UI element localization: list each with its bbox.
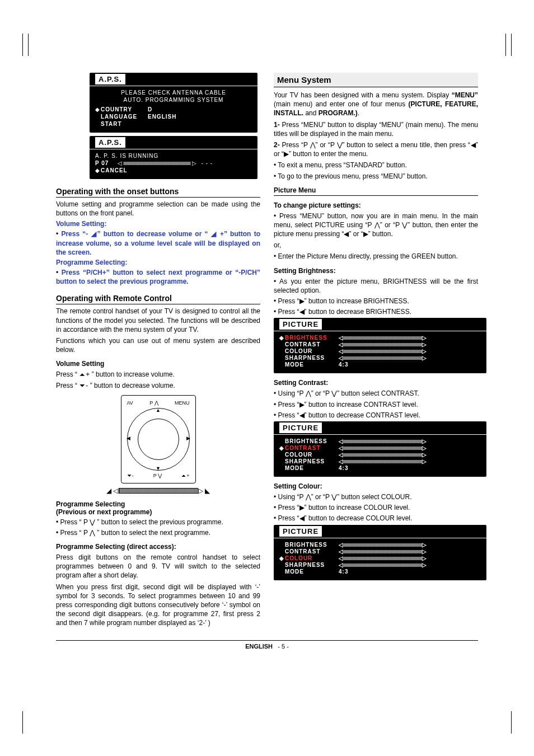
menu-p1: Your TV has been designed with a menu sy… bbox=[274, 91, 478, 118]
prog2-b2: Press “ P ⋀ ” button to select the next … bbox=[56, 528, 260, 537]
change-h: To change picture settings: bbox=[274, 201, 478, 209]
remote-right: ⏶+ bbox=[181, 473, 189, 478]
aps2-prog: P 07 bbox=[95, 160, 118, 166]
heading-remote: Operating with Remote Control bbox=[56, 294, 260, 304]
bright-b2: Press “▶” button to increase BRIGHTNESS. bbox=[274, 297, 478, 306]
aps2-progress: ◁▷ - - - bbox=[118, 160, 213, 166]
prog-sel-body: Press “P/CH+” button to select next prog… bbox=[56, 269, 260, 285]
colour-h: Setting Colour: bbox=[274, 482, 478, 490]
prog3-p2: When you press first digit, second digit… bbox=[56, 583, 260, 628]
remote-up: P ⋀ bbox=[149, 400, 158, 406]
bright-b1: As you enter the picture menu, BRIGHTNES… bbox=[274, 277, 478, 295]
contrast-h: Setting Contrast: bbox=[274, 379, 478, 387]
remote-diagram: AV P ⋀ MENU ▲ ▼ ◀ ▶ ⏷- P ⋁ ⏶+ bbox=[56, 395, 260, 495]
aps2-cancel: CANCEL bbox=[101, 167, 148, 173]
vol2-head: Volume Setting bbox=[56, 360, 260, 368]
aps1-country-label: COUNTRY bbox=[101, 106, 148, 112]
osd-pic-title-3: PICTURE bbox=[279, 526, 322, 537]
menu-li2: 2- Press “P ⋀” or “P ⋁” button to select… bbox=[274, 140, 478, 158]
osd-picture-contrast: PICTURE BRIGHTNESS◁▷ ◆CONTRAST◁▷ COLOUR◁… bbox=[274, 421, 486, 477]
prog2-b1: Press “ P ⋁ ” button to select the previ… bbox=[56, 518, 260, 527]
osd-pic-title-2: PICTURE bbox=[279, 422, 322, 433]
prog3-h: Programme Selecting (direct access): bbox=[56, 543, 260, 551]
contrast-b2: Press “▶” button to increase CONTRAST le… bbox=[274, 400, 478, 409]
page-footer: ENGLISH - 5 - bbox=[56, 640, 478, 650]
contrast-b3: Press “◀” button to decrease CONTRAST le… bbox=[274, 411, 478, 420]
aps-panel-1: A.P.S. PLEASE CHECK ANTENNA CABLE AUTO. … bbox=[90, 73, 257, 133]
change-b1: Press “MENU” button, now you are in main… bbox=[274, 212, 478, 239]
colour-b1: Using “P ⋀” or “P ⋁” button select COLOU… bbox=[274, 492, 478, 501]
remote-left: ⏷- bbox=[127, 473, 134, 478]
vol-right-icon: ◣ bbox=[205, 487, 210, 495]
contrast-b1: Using “P ⋀” or “P ⋁” button select CONTR… bbox=[274, 389, 478, 398]
vol-setting-body: Press “- ◢” button to decrease volume or… bbox=[56, 230, 260, 256]
aps1-line1: PLEASE CHECK ANTENNA CABLE bbox=[95, 90, 252, 96]
heading-menu-system: Menu System bbox=[274, 73, 478, 87]
menu-li4: To go to the previous menu, press “MENU”… bbox=[274, 172, 478, 181]
aps1-title: A.P.S. bbox=[95, 74, 125, 84]
vol-setting-head: Volume Setting: bbox=[56, 220, 260, 228]
change-or: or, bbox=[274, 241, 478, 250]
menu-li3: To exit a menu, press “STANDARD” button. bbox=[274, 161, 478, 170]
aps1-lang-label: LANGUAGE bbox=[101, 114, 148, 120]
remote-menu: MENU bbox=[175, 400, 190, 406]
colour-b2: Press “▶” button to increase COLOUR leve… bbox=[274, 503, 478, 512]
menu-li1: 1- Press “MENU” button to display “MENU”… bbox=[274, 120, 478, 138]
colour-b3: Press “◀” button to decrease COLOUR leve… bbox=[274, 514, 478, 523]
prog-sel-head: Programme Selecting: bbox=[56, 259, 260, 266]
aps2-title: A.P.S. bbox=[95, 137, 125, 148]
aps-panel-2: A.P.S. A. P. S. IS RUNNING P 07 ◁▷ - - -… bbox=[90, 136, 257, 179]
remote-av: AV bbox=[127, 400, 133, 406]
onset-intro: Volume setting and programme selection c… bbox=[56, 200, 260, 218]
prog3-p1: Press digit buttons on the remote contro… bbox=[56, 553, 260, 580]
bright-h: Setting Brightness: bbox=[274, 267, 478, 275]
remote-down: P ⋁ bbox=[153, 473, 162, 478]
osd-picture-colour: PICTURE BRIGHTNESS◁▷ CONTRAST◁▷ ◆COLOUR◁… bbox=[274, 525, 486, 580]
heading-onset: Operating with the onset buttons bbox=[56, 187, 260, 198]
change-b2: Enter the Picture Menu directly, pressin… bbox=[274, 252, 478, 261]
prog2-h1: Programme Selecting bbox=[56, 500, 260, 508]
bright-b3: Press “◀” button to decrease BRIGHTNESS. bbox=[274, 307, 478, 316]
vol2-dec: Press “ ⏷- ” button to decrease volume. bbox=[56, 381, 260, 390]
aps1-line2: AUTO. PROGRAMMING SYSTEM bbox=[95, 97, 252, 103]
footer-page: - 5 - bbox=[278, 643, 289, 650]
aps1-lang-val: ENGLISH bbox=[148, 114, 252, 120]
aps1-country-val: D bbox=[148, 106, 252, 112]
remote-p2: Functions which you can use out of menu … bbox=[56, 336, 260, 354]
vol-slider bbox=[119, 488, 198, 494]
vol2-inc: Press “ ⏶+ ” button to increase volume. bbox=[56, 370, 260, 379]
osd-picture-brightness: PICTURE ◆BRIGHTNESS◁▷ CONTRAST◁▷ COLOUR◁… bbox=[274, 318, 486, 373]
aps2-line1: A. P. S. IS RUNNING bbox=[95, 153, 252, 159]
pic-menu-h: Picture Menu bbox=[274, 186, 478, 196]
footer-lang: ENGLISH bbox=[245, 643, 273, 650]
osd-pic-title-1: PICTURE bbox=[279, 319, 322, 330]
prog2-h2: (Previous or next programme) bbox=[56, 508, 260, 516]
vol-left-icon: ◢ bbox=[106, 487, 111, 495]
remote-p1: The remote control handset of your TV is… bbox=[56, 307, 260, 334]
aps1-start-label: START bbox=[101, 121, 148, 127]
